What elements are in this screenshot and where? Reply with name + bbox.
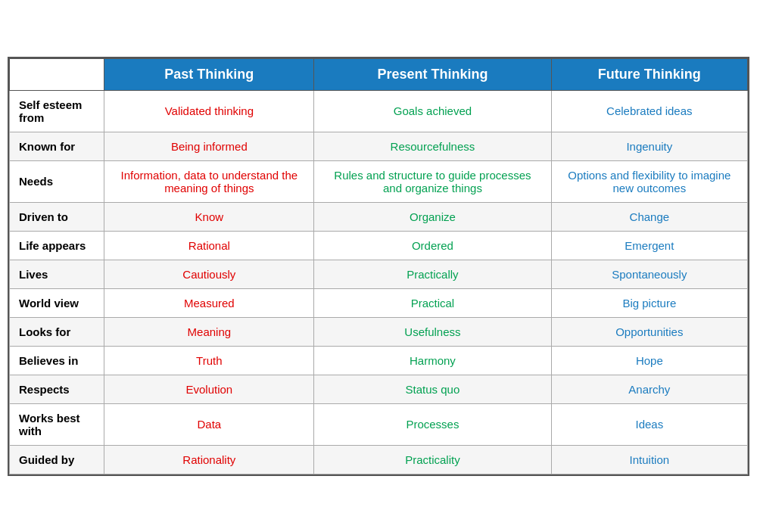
row-past: Cautiously — [104, 260, 314, 288]
row-past: Information, data to understand the mean… — [104, 160, 314, 202]
header-future: Future Thinking — [551, 58, 747, 90]
table-row: NeedsInformation, data to understand the… — [10, 160, 748, 202]
row-label: Believes in — [10, 346, 104, 375]
header-past: Past Thinking — [104, 58, 314, 90]
row-label: Life appears — [10, 231, 104, 260]
row-label: Works best with — [10, 403, 104, 445]
table-row: RespectsEvolutionStatus quoAnarchy — [10, 375, 748, 403]
row-present: Processes — [314, 403, 551, 445]
row-past: Rational — [104, 231, 314, 260]
main-table-container: Past Thinking Present Thinking Future Th… — [8, 57, 749, 476]
table-row: Driven toKnowOrganizeChange — [10, 202, 748, 231]
row-past: Data — [104, 403, 314, 445]
row-future: Celebrated ideas — [551, 90, 747, 132]
row-past: Meaning — [104, 317, 314, 346]
row-past: Know — [104, 202, 314, 231]
row-past: Measured — [104, 288, 314, 317]
row-future: Hope — [551, 346, 747, 375]
row-future: Emergent — [551, 231, 747, 260]
row-present: Goals achieved — [314, 90, 551, 132]
thinking-table: Past Thinking Present Thinking Future Th… — [9, 58, 748, 474]
row-future: Opportunities — [551, 317, 747, 346]
table-row: Guided byRationalityPracticalityIntuitio… — [10, 445, 748, 474]
row-past: Evolution — [104, 375, 314, 403]
row-past: Validated thinking — [104, 90, 314, 132]
row-present: Organize — [314, 202, 551, 231]
row-present: Status quo — [314, 375, 551, 403]
table-row: Believes inTruthHarmonyHope — [10, 346, 748, 375]
row-present: Practicality — [314, 445, 551, 474]
row-past: Truth — [104, 346, 314, 375]
row-label: Lives — [10, 260, 104, 288]
row-future: Change — [551, 202, 747, 231]
row-label: Known for — [10, 132, 104, 160]
row-future: Anarchy — [551, 375, 747, 403]
row-future: Big picture — [551, 288, 747, 317]
row-past: Being informed — [104, 132, 314, 160]
table-row: World viewMeasuredPracticalBig picture — [10, 288, 748, 317]
row-present: Harmony — [314, 346, 551, 375]
row-present: Practically — [314, 260, 551, 288]
table-row: LivesCautiouslyPracticallySpontaneously — [10, 260, 748, 288]
table-row: Looks forMeaningUsefulnessOpportunities — [10, 317, 748, 346]
row-label: World view — [10, 288, 104, 317]
row-future: Ideas — [551, 403, 747, 445]
row-future: Ingenuity — [551, 132, 747, 160]
header-present: Present Thinking — [314, 58, 551, 90]
row-present: Rules and structure to guide processes a… — [314, 160, 551, 202]
row-present: Usefulness — [314, 317, 551, 346]
row-label: Guided by — [10, 445, 104, 474]
row-present: Practical — [314, 288, 551, 317]
row-future: Intuition — [551, 445, 747, 474]
row-present: Ordered — [314, 231, 551, 260]
table-row: Works best withDataProcessesIdeas — [10, 403, 748, 445]
table-row: Known forBeing informedResourcefulnessIn… — [10, 132, 748, 160]
row-past: Rationality — [104, 445, 314, 474]
row-label: Driven to — [10, 202, 104, 231]
table-row: Life appearsRationalOrderedEmergent — [10, 231, 748, 260]
row-label: Self esteem from — [10, 90, 104, 132]
table-row: Self esteem fromValidated thinkingGoals … — [10, 90, 748, 132]
row-label: Looks for — [10, 317, 104, 346]
row-future: Spontaneously — [551, 260, 747, 288]
header-row: Past Thinking Present Thinking Future Th… — [10, 58, 748, 90]
row-present: Resourcefulness — [314, 132, 551, 160]
row-label: Respects — [10, 375, 104, 403]
row-label: Needs — [10, 160, 104, 202]
header-empty — [10, 58, 104, 90]
row-future: Options and flexibility to imagine new o… — [551, 160, 747, 202]
